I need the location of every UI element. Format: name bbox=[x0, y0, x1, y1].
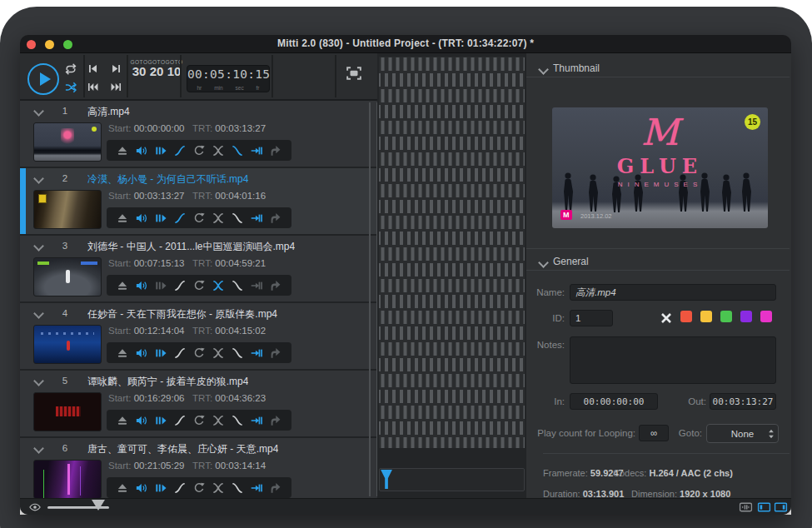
cue-name[interactable]: 唐古、童可可、李佑晨、庄心妍 - 天意.mp4 bbox=[87, 442, 278, 456]
cue-name[interactable]: 谭咏麟、顾芮宁 - 披着羊皮的狼.mp4 bbox=[87, 375, 248, 389]
fade-in-icon[interactable] bbox=[174, 280, 186, 291]
notes-field[interactable] bbox=[570, 336, 776, 384]
pause-resume-icon[interactable] bbox=[155, 145, 167, 157]
next-cue-button[interactable] bbox=[110, 62, 122, 74]
chevron-down-icon[interactable] bbox=[538, 257, 549, 268]
color-swatch-red[interactable] bbox=[680, 311, 692, 322]
pause-resume-icon[interactable] bbox=[155, 482, 167, 494]
jump-next-icon[interactable] bbox=[251, 482, 262, 494]
crossfade-icon[interactable] bbox=[212, 280, 224, 291]
fade-in-icon[interactable] bbox=[174, 347, 186, 359]
crossfade-icon[interactable] bbox=[212, 415, 224, 426]
jump-next-icon[interactable] bbox=[251, 212, 262, 224]
loop-icon[interactable] bbox=[193, 145, 205, 157]
pause-resume-icon[interactable] bbox=[155, 280, 167, 291]
follow-arrow-icon[interactable] bbox=[269, 145, 281, 157]
loop-playlist-button[interactable] bbox=[63, 63, 78, 75]
follow-arrow-icon[interactable] bbox=[269, 347, 281, 359]
eject-icon[interactable] bbox=[117, 415, 128, 426]
eject-icon[interactable] bbox=[117, 212, 128, 224]
chevron-down-icon[interactable] bbox=[33, 376, 44, 386]
eject-icon[interactable] bbox=[117, 482, 128, 494]
loop-icon[interactable] bbox=[193, 415, 205, 426]
cue-row[interactable]: 3 刘德华 - 中国人 - 2011...le中国巡迴演唱会.mp4 Start… bbox=[20, 236, 377, 303]
crossfade-icon[interactable] bbox=[212, 482, 224, 494]
mini-timeline-toggle-button[interactable] bbox=[738, 501, 753, 513]
cue-row[interactable]: 1 高清.mp4 Start: 00:00:00:00 TRT: 00:03:1… bbox=[20, 101, 377, 168]
goto-30-button[interactable]: GOTO30 bbox=[130, 59, 148, 78]
rewind-button[interactable] bbox=[87, 81, 98, 92]
jump-next-icon[interactable] bbox=[251, 145, 262, 157]
follow-arrow-icon[interactable] bbox=[269, 212, 281, 224]
shuffle-button[interactable] bbox=[63, 82, 78, 93]
fast-forward-button[interactable] bbox=[110, 81, 122, 92]
cue-row[interactable]: 6 唐古、童可可、李佑晨、庄心妍 - 天意.mp4 Start: 00:21:0… bbox=[20, 438, 377, 498]
toggle-right-panel-button[interactable] bbox=[773, 501, 788, 513]
cue-name[interactable]: 刘德华 - 中国人 - 2011...le中国巡迴演唱会.mp4 bbox=[87, 240, 295, 254]
chevron-down-icon[interactable] bbox=[33, 106, 44, 117]
loop-icon[interactable] bbox=[193, 482, 205, 494]
crossfade-icon[interactable] bbox=[212, 347, 224, 359]
jump-next-icon[interactable] bbox=[251, 415, 262, 426]
fade-in-icon[interactable] bbox=[174, 482, 186, 494]
follow-arrow-icon[interactable] bbox=[269, 482, 281, 494]
cue-row[interactable]: 4 任妙音 - 天在下雨我在想你 - 原版伴奏.mp4 Start: 00:12… bbox=[20, 303, 377, 371]
chevron-down-icon[interactable] bbox=[33, 308, 44, 319]
fade-in-icon[interactable] bbox=[174, 145, 186, 157]
previous-cue-button[interactable] bbox=[87, 62, 98, 74]
preview-visibility-button[interactable] bbox=[28, 501, 42, 513]
fade-out-icon[interactable] bbox=[232, 280, 243, 291]
loop-icon[interactable] bbox=[193, 347, 205, 359]
play-button[interactable] bbox=[27, 63, 59, 95]
eject-icon[interactable] bbox=[117, 145, 128, 157]
fade-in-icon[interactable] bbox=[174, 212, 186, 224]
speaker-icon[interactable] bbox=[136, 212, 147, 224]
fade-out-icon[interactable] bbox=[232, 145, 243, 157]
chevron-down-icon[interactable] bbox=[538, 64, 549, 75]
cue-name[interactable]: 高清.mp4 bbox=[87, 105, 130, 119]
speaker-icon[interactable] bbox=[136, 482, 147, 494]
color-swatch-yellow[interactable] bbox=[700, 311, 712, 322]
crossfade-icon[interactable] bbox=[212, 145, 224, 157]
follow-arrow-icon[interactable] bbox=[269, 280, 281, 291]
speaker-icon[interactable] bbox=[136, 347, 147, 359]
loop-icon[interactable] bbox=[193, 280, 205, 291]
chevron-down-icon[interactable] bbox=[33, 173, 44, 184]
pause-resume-icon[interactable] bbox=[155, 415, 167, 426]
jump-next-icon[interactable] bbox=[251, 280, 262, 291]
speaker-icon[interactable] bbox=[136, 415, 147, 426]
speaker-icon[interactable] bbox=[136, 280, 147, 291]
pause-resume-icon[interactable] bbox=[155, 212, 167, 224]
visibility-slider-handle[interactable] bbox=[92, 500, 105, 511]
speaker-icon[interactable] bbox=[136, 145, 147, 157]
chevron-down-icon[interactable] bbox=[33, 241, 44, 252]
color-swatch-green[interactable] bbox=[720, 311, 732, 322]
name-field[interactable]: 高清.mp4 bbox=[570, 284, 776, 301]
out-field[interactable]: 00:03:13:27 bbox=[710, 393, 776, 410]
fade-out-icon[interactable] bbox=[232, 212, 243, 224]
fade-out-icon[interactable] bbox=[232, 347, 243, 359]
color-swatch-purple[interactable] bbox=[740, 311, 752, 322]
loop-icon[interactable] bbox=[193, 212, 205, 224]
playcount-field[interactable]: ∞ bbox=[639, 425, 669, 441]
crossfade-icon[interactable] bbox=[212, 212, 224, 224]
stepper-arrows-icon[interactable] bbox=[766, 426, 775, 441]
cue-row[interactable]: 5 谭咏麟、顾芮宁 - 披着羊皮的狼.mp4 Start: 00:16:29:0… bbox=[20, 371, 377, 438]
pause-resume-icon[interactable] bbox=[155, 347, 167, 359]
fade-out-icon[interactable] bbox=[232, 415, 243, 426]
goto-dropdown[interactable]: None bbox=[706, 424, 779, 443]
timeline-scrubber[interactable] bbox=[379, 468, 525, 491]
color-swatch-magenta[interactable] bbox=[760, 311, 772, 322]
chevron-down-icon[interactable] bbox=[33, 443, 44, 454]
clear-color-button[interactable] bbox=[660, 311, 673, 325]
cue-name[interactable]: 任妙音 - 天在下雨我在想你 - 原版伴奏.mp4 bbox=[87, 307, 277, 321]
id-field[interactable]: 1 bbox=[570, 310, 613, 326]
fullscreen-output-button[interactable] bbox=[344, 65, 364, 82]
toggle-left-panel-button[interactable] bbox=[756, 501, 771, 513]
fade-out-icon[interactable] bbox=[232, 482, 243, 494]
fade-in-icon[interactable] bbox=[174, 415, 186, 426]
eject-icon[interactable] bbox=[117, 280, 128, 291]
in-field[interactable]: 00:00:00:00 bbox=[570, 393, 658, 410]
jump-next-icon[interactable] bbox=[251, 347, 262, 359]
goto-20-button[interactable]: GOTO20 bbox=[147, 59, 166, 78]
